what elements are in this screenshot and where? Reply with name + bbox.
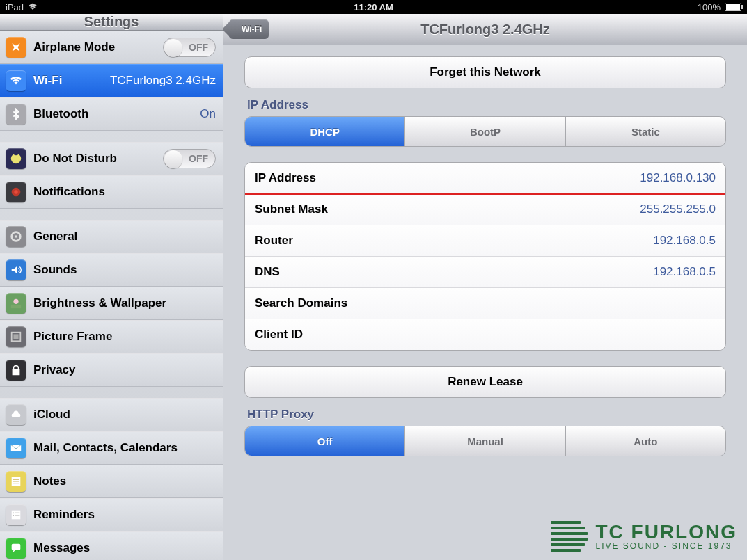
svg-rect-4 (11, 305, 21, 308)
sidebar-item-general[interactable]: General (0, 220, 223, 253)
ip-mode-segmented: DHCPBootPStatic (244, 116, 726, 147)
sounds-icon (6, 259, 26, 280)
proxy-mode-segmented: OffManualAuto (244, 426, 726, 456)
sidebar-item-sounds[interactable]: Sounds (0, 253, 223, 287)
sidebar-item-bluetooth[interactable]: BluetoothOn (0, 97, 223, 131)
svg-point-5 (13, 299, 18, 304)
sidebar-item-label: Picture Frame (33, 330, 112, 344)
svg-point-17 (13, 515, 14, 516)
dnd-toggle[interactable]: OFF (163, 149, 216, 168)
forget-network-label: Forget this Network (430, 65, 541, 79)
ip-row-client-id[interactable]: Client ID (245, 319, 725, 350)
sidebar-item-label: Reminders (33, 508, 95, 522)
sidebar-item-notifications[interactable]: Notifications (0, 175, 223, 209)
watermark-tagline: LIVE SOUND - SINCE 1973 (595, 542, 737, 550)
sidebar-item-notes[interactable]: Notes (0, 465, 223, 498)
sidebar-item-label: Sounds (33, 263, 77, 277)
proxy-tab-off[interactable]: Off (245, 426, 404, 456)
sidebar-item-label: Brightness & Wallpaper (33, 296, 166, 310)
sidebar-item-label: Notifications (33, 185, 105, 199)
sidebar-item-label: Privacy (33, 363, 76, 377)
sidebar-item-reminders[interactable]: Reminders (0, 498, 223, 531)
sidebar-item-pictureframe[interactable]: Picture Frame (0, 320, 223, 353)
svg-point-16 (13, 512, 14, 513)
ip-row-search-domains[interactable]: Search Domains (245, 287, 725, 319)
sidebar-item-label: Notes (33, 474, 66, 488)
sidebar-item-brightness[interactable]: Brightness & Wallpaper (0, 287, 223, 320)
ip-row-key: IP Address (255, 171, 316, 185)
proxy-tab-manual[interactable]: Manual (404, 426, 565, 456)
ip-row-value: 192.168.0.5 (280, 265, 716, 279)
detail-header: Wi-Fi TCFurlong3 2.4GHz (223, 14, 747, 45)
svg-rect-7 (13, 334, 18, 339)
status-bar: iPad 11:20 AM 100% (0, 0, 747, 14)
watermark: TC FURLONG LIVE SOUND - SINCE 1973 (551, 520, 737, 553)
notes-icon (6, 471, 26, 492)
reminders-icon (6, 504, 26, 525)
forget-network-button[interactable]: Forget this Network (244, 56, 726, 88)
brightness-icon (6, 293, 26, 314)
sidebar-item-label: Mail, Contacts, Calendars (33, 441, 178, 455)
airplane-toggle[interactable]: OFF (163, 38, 216, 57)
ip-row-value: 192.168.0.130 (316, 171, 716, 185)
ip-row-key: DNS (255, 265, 280, 279)
sidebar-item-dnd[interactable]: Do Not DisturbOFF (0, 142, 223, 175)
ip-row-value: 192.168.0.5 (293, 234, 716, 248)
sidebar-title: Settings (0, 14, 223, 31)
watermark-logo-icon (551, 520, 588, 553)
privacy-icon (6, 360, 26, 381)
messages-icon (6, 538, 26, 559)
dnd-icon (6, 148, 26, 169)
pictureframe-icon (6, 326, 26, 347)
proxy-tab-auto[interactable]: Auto (565, 426, 725, 456)
proxy-section-label: HTTP Proxy (247, 408, 726, 422)
sidebar-item-label: Airplane Mode (33, 40, 115, 54)
renew-lease-button[interactable]: Renew Lease (244, 366, 726, 398)
icloud-icon (6, 404, 26, 425)
sidebar-item-label: General (33, 230, 77, 243)
sidebar-item-airplane[interactable]: Airplane ModeOFF (0, 31, 223, 64)
sidebar-item-value: On (200, 107, 216, 121)
battery-pct: 100% (698, 2, 721, 13)
ip-row-dns[interactable]: DNS192.168.0.5 (245, 256, 725, 287)
sidebar-item-privacy[interactable]: Privacy (0, 353, 223, 387)
detail-title: TCFurlong3 2.4GHz (420, 22, 550, 38)
sidebar-item-label: Wi-Fi (33, 74, 62, 88)
sidebar-item-label: Do Not Disturb (33, 152, 117, 166)
ip-row-ip-address[interactable]: IP Address192.168.0.130 (245, 163, 725, 193)
toggle-label: OFF (189, 153, 208, 164)
watermark-name: TC FURLONG (595, 522, 737, 542)
svg-point-3 (15, 235, 17, 238)
svg-point-1 (14, 190, 17, 193)
ip-row-router[interactable]: Router192.168.0.5 (245, 225, 725, 256)
sidebar-item-label: Messages (33, 541, 90, 555)
ip-tab-bootp[interactable]: BootP (404, 117, 565, 146)
sidebar-item-messages[interactable]: Messages (0, 531, 223, 560)
back-button[interactable]: Wi-Fi (229, 19, 269, 39)
battery-icon (725, 3, 741, 11)
ip-table: IP Address192.168.0.130Subnet Mask255.25… (244, 162, 726, 351)
back-label: Wi-Fi (242, 24, 262, 34)
ip-row-value: 255.255.255.0 (328, 202, 716, 216)
bluetooth-icon (6, 104, 26, 125)
ip-section-label: IP Address (247, 98, 726, 112)
ip-tab-dhcp[interactable]: DHCP (245, 117, 404, 146)
ip-row-subnet-mask[interactable]: Subnet Mask255.255.255.0 (245, 193, 725, 225)
clock: 11:20 AM (354, 2, 393, 13)
settings-sidebar: Settings Airplane ModeOFFWi-FiTCFurlong3… (0, 14, 223, 560)
detail-pane: Wi-Fi TCFurlong3 2.4GHz Forget this Netw… (223, 14, 747, 560)
wifi-icon (28, 2, 38, 13)
svg-rect-13 (12, 511, 21, 520)
sidebar-item-icloud[interactable]: iCloud (0, 398, 223, 431)
sidebar-item-label: iCloud (33, 408, 70, 422)
sidebar-item-wifi[interactable]: Wi-FiTCFurlong3 2.4GHz (0, 64, 223, 97)
renew-lease-label: Renew Lease (448, 375, 523, 389)
sidebar-item-label: Bluetooth (33, 107, 88, 121)
toggle-label: OFF (189, 42, 208, 53)
ip-row-key: Router (255, 234, 293, 248)
sidebar-item-mail[interactable]: Mail, Contacts, Calendars (0, 431, 223, 465)
ip-row-key: Client ID (255, 328, 303, 342)
ip-tab-static[interactable]: Static (565, 117, 725, 146)
ip-row-key: Search Domains (255, 296, 347, 310)
mail-icon (6, 438, 26, 458)
